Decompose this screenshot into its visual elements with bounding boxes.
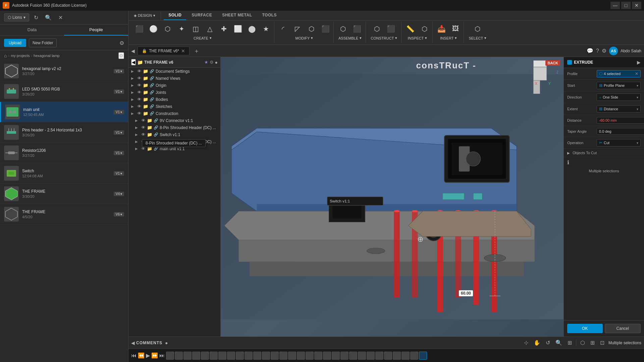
comments-toggle-button[interactable]: ●: [165, 340, 168, 346]
tab-people[interactable]: People: [64, 24, 128, 36]
timeline-start-button[interactable]: ⏮: [131, 353, 137, 359]
create-dropdown[interactable]: CREATE ▾: [191, 35, 214, 42]
inspect-dropdown[interactable]: INSPECT ▾: [405, 35, 430, 42]
home-icon[interactable]: ⌂: [4, 53, 7, 58]
assemble-joint-btn[interactable]: ⬡: [336, 23, 350, 34]
create-sweep-btn[interactable]: ⬡: [161, 23, 174, 34]
construct-dropdown[interactable]: CONSTRUCT ▾: [368, 35, 400, 42]
construct-axis-btn[interactable]: ⬛: [384, 23, 398, 34]
timeline-thumb[interactable]: [358, 352, 366, 360]
browser-item-expand-icon[interactable]: ▶: [131, 83, 136, 87]
browser-collapse-button[interactable]: ◀: [131, 59, 136, 65]
design-dropdown[interactable]: ◈ DESIGN ▾: [131, 12, 158, 19]
create-cylinder-btn[interactable]: ⬤: [245, 23, 259, 34]
timeline-thumb[interactable]: [393, 352, 401, 360]
create-rib-btn[interactable]: △: [203, 23, 216, 34]
create-extrude-btn[interactable]: ⬛: [132, 23, 146, 34]
help-button[interactable]: ?: [596, 48, 599, 54]
browser-item-expand-icon[interactable]: ▶: [135, 119, 140, 122]
profile-value[interactable]: ⬡ 4 selected ✕: [597, 70, 641, 77]
doc-close-icon[interactable]: ✕: [181, 48, 185, 54]
objects-to-cut-row[interactable]: ▶ Objects To Cut: [564, 149, 644, 157]
timeline-thumb[interactable]: [401, 352, 410, 360]
browser-item[interactable]: ▶ 👁 📁 🔗 Joints: [128, 89, 220, 96]
project-item[interactable]: THE FRAME 4/5/20 V6 ▾: [0, 204, 128, 225]
view-settings-button[interactable]: ⊡: [599, 339, 606, 347]
project-version[interactable]: V1 ▾: [114, 110, 124, 114]
browser-item-visibility-icon[interactable]: 👁: [141, 125, 146, 130]
project-version[interactable]: V4 ▾: [114, 192, 124, 196]
timeline-thumb[interactable]: [375, 352, 383, 360]
browser-item[interactable]: ▶ 👁 📁 🔗 Sketches: [128, 103, 220, 110]
insert-derive-btn[interactable]: 📥: [435, 23, 448, 34]
timeline-thumb[interactable]: [166, 352, 174, 360]
project-version[interactable]: V1 ▾: [114, 130, 124, 135]
tab-surface[interactable]: SURFACE: [187, 11, 217, 20]
select-dropdown[interactable]: SELECT ▾: [466, 35, 489, 42]
breadcrumb-my-projects[interactable]: my projects: [11, 54, 30, 58]
timeline-thumb[interactable]: [367, 352, 375, 360]
info-icon[interactable]: ℹ: [567, 159, 569, 166]
profile-clear-icon[interactable]: ✕: [635, 71, 638, 76]
browser-item-visibility-icon[interactable]: 👁: [141, 132, 146, 137]
browser-item-visibility-icon[interactable]: 👁: [137, 69, 142, 74]
distance-input[interactable]: [597, 117, 644, 124]
zoom-extent-button[interactable]: ⊞: [566, 339, 573, 347]
insert-dropdown[interactable]: INSERT ▾: [437, 35, 460, 42]
timeline-thumb[interactable]: [218, 352, 226, 360]
orbit-tool-button[interactable]: ↺: [544, 339, 551, 347]
modify-draft-btn[interactable]: ⬛: [319, 23, 332, 34]
viewport[interactable]: Switch v1:1 ⊕ BACK X Y Z 60.00: [221, 57, 564, 337]
settings-button[interactable]: ⚙: [602, 48, 606, 54]
modify-chamfer-btn[interactable]: ◸: [290, 23, 304, 34]
browser-item-expand-icon[interactable]: ▶: [131, 69, 136, 73]
browser-item-visibility-icon[interactable]: 👁: [137, 76, 142, 81]
timeline-thumb[interactable]: [253, 352, 261, 360]
browser-item-visibility-icon[interactable]: 👁: [137, 104, 142, 109]
create-web-btn[interactable]: ✚: [217, 23, 230, 34]
timeline-thumb[interactable]: [210, 352, 218, 360]
browser-item[interactable]: ▶ 👁 📁 🔗 Document Settings: [128, 68, 220, 75]
timeline-thumb[interactable]: [349, 352, 357, 360]
start-dropdown[interactable]: ⊞ Profile Plane ▾: [597, 82, 641, 89]
tab-solid[interactable]: SOLID: [164, 11, 186, 20]
browser-item[interactable]: ▶ 👁 📁 🔗 Switch v1:1 8-Pin Shrouded Heade…: [128, 131, 220, 138]
breadcrumb-settings-button[interactable]: ⚙: [118, 52, 124, 59]
viewport-cube[interactable]: BACK X Y Z: [533, 60, 560, 87]
project-version[interactable]: V1 ▾: [114, 171, 124, 176]
extrude-panel-collapse-button[interactable]: ▶: [637, 60, 641, 65]
project-version[interactable]: V1 ▾: [114, 151, 124, 155]
ok-button[interactable]: OK: [567, 324, 603, 333]
sidebar-settings-button[interactable]: ⚙: [119, 40, 124, 46]
doc-add-button[interactable]: ＋: [192, 47, 201, 55]
direction-dropdown[interactable]: ⬦ One Side ▾: [597, 94, 641, 101]
breadcrumb-hexagonal-lamp[interactable]: hexagonal lamp: [34, 54, 60, 58]
timeline-thumb[interactable]: [279, 352, 287, 360]
timeline-end-button[interactable]: ⏭: [159, 353, 165, 359]
browser-item-visibility-icon[interactable]: 👁: [137, 111, 142, 116]
browser-item-expand-icon[interactable]: ▶: [131, 76, 136, 80]
create-box-btn[interactable]: ⬜: [231, 23, 245, 34]
close-button[interactable]: ✕: [632, 2, 641, 9]
timeline-thumb[interactable]: [175, 352, 183, 360]
timeline-thumb[interactable]: [227, 352, 235, 360]
browser-item[interactable]: ▶ 👁 📁 🔗 Origin: [128, 82, 220, 89]
taper-input[interactable]: [597, 128, 644, 135]
tab-tools[interactable]: TOOLS: [257, 11, 281, 20]
extent-dropdown[interactable]: ⊞ Distance ▾: [597, 105, 641, 113]
timeline-thumb[interactable]: [410, 352, 418, 360]
upload-button[interactable]: Upload: [4, 39, 26, 47]
timeline-thumb[interactable]: [297, 352, 305, 360]
search-button[interactable]: 🔍: [43, 14, 54, 21]
select-mode-btn[interactable]: ⬡: [471, 23, 484, 34]
team-selector[interactable]: ⬡ Lions ▾: [4, 13, 29, 21]
timeline-thumb[interactable]: [192, 352, 200, 360]
project-item[interactable]: Pins header - 2.54 Horizontal 1x3 3/26/2…: [0, 122, 128, 143]
timeline-thumb[interactable]: [384, 352, 392, 360]
comments-collapse-button[interactable]: ◀: [131, 340, 135, 346]
timeline-thumb[interactable]: [314, 352, 322, 360]
tab-data[interactable]: Data: [0, 24, 64, 36]
create-sphere-btn[interactable]: ★: [259, 23, 273, 34]
pan-tool-button[interactable]: ✋: [532, 339, 542, 347]
create-loft-btn[interactable]: ✦: [175, 23, 188, 34]
